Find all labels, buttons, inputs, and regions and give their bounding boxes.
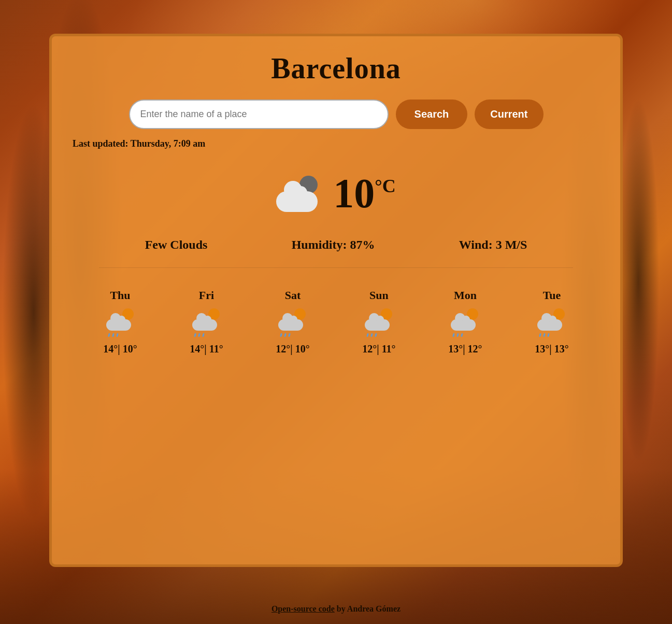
drops-mon [453,333,463,337]
divider [99,267,573,268]
search-button[interactable]: Search [396,100,468,129]
forecast-mon: Mon 13°| 12° [448,289,482,355]
footer-author: by Andrea Gómez [335,604,401,613]
cloud-tue [537,319,562,331]
search-row: Search Current [129,100,544,129]
cloud-fri [192,319,217,331]
forecast-icon-tue [537,308,566,337]
footer: Open-source code by Andrea Gómez [0,604,672,614]
weather-icon-main [276,176,323,212]
temperature-display: 10 °C [333,170,395,217]
temperature-unit: °C [375,175,395,197]
drops-thu [108,333,118,337]
forecast-icon-thu [106,308,135,337]
drops-sun [367,333,377,337]
forecast-icon-fri [192,308,221,337]
temp-fri: 14°| 11° [190,343,223,355]
forecast-icon-sat [278,308,307,337]
day-thu: Thu [110,289,130,302]
drops-tue [539,333,549,337]
current-location-button[interactable]: Current [475,100,543,129]
day-mon: Mon [454,289,477,302]
wind-label: Wind: 3 M/S [459,238,527,252]
search-input[interactable] [129,100,389,129]
forecast-tue: Tue 13°| 13° [535,289,568,355]
forecast-sun: Sun 12°| 11° [362,289,395,355]
temp-tue: 13°| 13° [535,343,568,355]
cloud-sun [365,319,390,331]
temp-mon: 13°| 12° [448,343,482,355]
condition-label: Few Clouds [145,238,208,252]
forecast-sat: Sat 12°| 10° [276,289,309,355]
forecast-thu: Thu 14°| 10° [103,289,137,355]
forecast-icon-sun [365,308,393,337]
drops-fri [194,333,204,337]
weather-card: Barcelona Search Current Last updated: T… [49,34,623,567]
weather-stats: Few Clouds Humidity: 87% Wind: 3 M/S [103,238,569,252]
temp-sat: 12°| 10° [276,343,309,355]
forecast-fri: Fri 14°| 11° [190,289,223,355]
drops-sat [280,333,290,337]
last-updated: Last updated: Thursday, 7:09 am [73,138,205,149]
day-tue: Tue [543,289,561,302]
day-sun: Sun [369,289,389,302]
cloud-thu [106,319,131,331]
humidity-label: Humidity: 87% [292,238,375,252]
forecast-row: Thu 14°| 10° Fri [77,289,595,355]
cloud-sat [278,319,303,331]
cloud-shape [276,191,318,212]
current-weather-display: 10 °C [276,170,395,217]
temp-thu: 14°| 10° [103,343,137,355]
temp-sun: 12°| 11° [362,343,395,355]
day-fri: Fri [199,289,214,302]
forecast-icon-mon [451,308,479,337]
footer-link[interactable]: Open-source code [271,604,335,613]
city-title: Barcelona [271,52,401,85]
cloud-mon [451,319,476,331]
day-sat: Sat [285,289,301,302]
temperature-value: 10 [333,170,375,217]
